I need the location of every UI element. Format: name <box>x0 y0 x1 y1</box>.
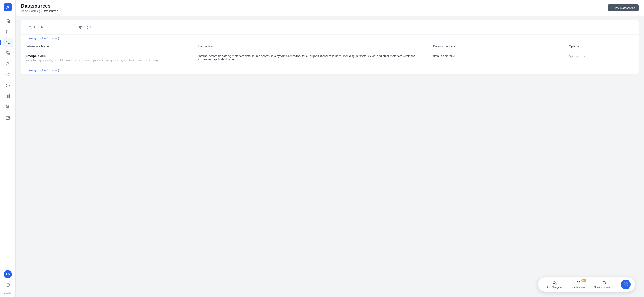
breadcrumb: Home › Catalog › Datasources <box>21 9 58 12</box>
options-icons <box>569 54 634 58</box>
svg-rect-41 <box>624 285 626 286</box>
sidebar-item-history[interactable] <box>3 80 13 90</box>
notifications-icon <box>576 281 581 285</box>
sidebar-item-waves[interactable] <box>3 102 13 112</box>
new-datasource-label: + New Datasource <box>611 6 635 9</box>
breadcrumb-sep-2: › <box>41 9 42 12</box>
sidebar-item-datasources[interactable] <box>3 37 13 47</box>
svg-text:A: A <box>6 5 9 9</box>
table-header-row: Datasource Name Description Datasource T… <box>21 42 639 51</box>
col-header-name: Datasource Name <box>21 42 194 51</box>
svg-line-18 <box>7 75 8 76</box>
svg-point-11 <box>7 41 8 42</box>
svg-rect-39 <box>624 283 626 284</box>
sidebar-item-flow[interactable] <box>3 70 13 80</box>
svg-point-13 <box>7 62 8 64</box>
app-navigator-icon <box>552 281 557 285</box>
search-resources-label: Search Resources <box>594 286 615 289</box>
sidebar-item-bag[interactable] <box>3 113 13 123</box>
edit-icon[interactable] <box>576 54 580 58</box>
svg-point-12 <box>7 53 8 54</box>
datasources-table: Datasource Name Description Datasource T… <box>21 42 639 66</box>
svg-point-32 <box>79 27 80 28</box>
app-name-label: Amorphic <box>3 292 12 294</box>
search-resources-icon <box>602 281 607 285</box>
datasources-card: Showing 1 - 1 of 1 record(s) Datasource … <box>21 20 639 74</box>
svg-point-27 <box>29 26 31 28</box>
svg-rect-22 <box>9 95 10 98</box>
sidebar-item-info[interactable] <box>3 280 13 290</box>
svg-point-16 <box>8 76 9 76</box>
svg-rect-40 <box>626 283 628 284</box>
delete-icon[interactable] <box>583 54 587 58</box>
breadcrumb-catalog[interactable]: Catalog <box>31 9 40 12</box>
records-count-bottom: Showing 1 - 1 of 1 record(s) <box>21 66 639 74</box>
new-datasource-button[interactable]: + New Datasource <box>608 4 639 11</box>
col-header-options: Options <box>564 42 639 51</box>
search-bar <box>21 20 639 35</box>
page-title: Datasources <box>21 3 58 9</box>
app-navigator-button[interactable]: App Navigator <box>542 279 567 290</box>
sidebar-bottom: AQ Amorphic <box>3 270 13 294</box>
breadcrumb-home[interactable]: Home <box>21 9 28 12</box>
svg-rect-21 <box>8 95 8 98</box>
sidebar-item-settings[interactable] <box>3 48 13 58</box>
datasource-desc-short: Internal Amorphic catalog metadata data … <box>26 59 190 62</box>
filter-button[interactable] <box>78 24 83 30</box>
main-content: Datasources Home › Catalog › Datasources… <box>16 0 644 297</box>
sidebar-item-home[interactable] <box>3 16 13 26</box>
refresh-button[interactable] <box>86 24 92 30</box>
sidebar: A <box>0 0 16 297</box>
breadcrumb-sep-1: › <box>29 9 30 12</box>
svg-line-28 <box>31 28 31 29</box>
search-input[interactable] <box>34 26 72 29</box>
notification-badge: 99+ <box>581 279 586 282</box>
app-logo[interactable]: A <box>3 3 12 12</box>
search-input-wrapper <box>26 24 75 31</box>
svg-point-33 <box>81 26 82 27</box>
page-header: Datasources Home › Catalog › Datasources… <box>16 0 644 16</box>
table-row: Amorphic-ADP Internal Amorphic catalog m… <box>21 51 639 66</box>
sidebar-item-chart[interactable] <box>3 91 13 101</box>
notifications-button[interactable]: 99+ Notifications <box>567 279 590 290</box>
datasource-name: Amorphic-ADP <box>26 54 190 58</box>
search-resources-button[interactable]: Search Resources <box>590 279 619 290</box>
view-icon[interactable] <box>569 54 573 58</box>
content-area: Showing 1 - 1 of 1 record(s) Datasource … <box>16 16 644 297</box>
search-icon <box>28 26 32 29</box>
svg-point-5 <box>6 32 7 32</box>
col-header-type: Datasource Type <box>429 42 564 51</box>
datasource-name-cell: Amorphic-ADP Internal Amorphic catalog m… <box>21 51 194 66</box>
datasource-type-cell: default-amorphic <box>429 51 564 66</box>
svg-rect-20 <box>6 96 7 98</box>
sidebar-item-person[interactable] <box>3 59 13 69</box>
svg-point-34 <box>80 28 80 29</box>
datasource-description-cell: Internal Amorphic catalog metadata data … <box>194 51 429 66</box>
svg-point-36 <box>554 281 555 283</box>
svg-rect-42 <box>626 285 628 286</box>
svg-point-35 <box>570 56 571 57</box>
header-left: Datasources Home › Catalog › Datasources <box>21 3 58 12</box>
datasource-options-cell <box>564 51 639 66</box>
svg-line-38 <box>605 284 606 285</box>
user-avatar[interactable]: AQ <box>4 270 12 278</box>
svg-line-17 <box>7 74 8 74</box>
svg-point-14 <box>8 73 9 74</box>
bottom-bar: App Navigator 99+ Notifications Search R… <box>538 277 635 292</box>
svg-point-37 <box>602 281 606 284</box>
sidebar-nav <box>0 16 16 270</box>
col-header-description: Description <box>194 42 429 51</box>
app-navigator-label: App Navigator <box>547 286 562 289</box>
sidebar-item-filter[interactable] <box>3 27 13 37</box>
grid-menu-button[interactable] <box>621 280 630 290</box>
records-count-top: Showing 1 - 1 of 1 record(s) <box>21 35 639 42</box>
breadcrumb-current: Datasources <box>43 9 58 12</box>
notifications-label: Notifications <box>572 286 585 289</box>
svg-point-15 <box>6 74 7 75</box>
svg-point-8 <box>8 31 9 32</box>
